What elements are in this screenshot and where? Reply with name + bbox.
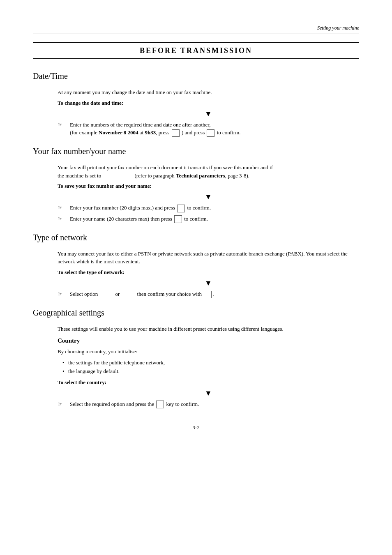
section-fax-number-body: Your fax will print out your fax number … [58, 164, 359, 223]
key-symbol-6 [156, 401, 164, 408]
key-symbol-4 [174, 215, 182, 223]
country-instruction-1: ☞ Select the required option and press t… [58, 400, 359, 408]
type-network-instruction-label: To select the type of network: [58, 269, 359, 276]
chapter-title-block: BEFORE TRANSMISSION [33, 42, 359, 59]
section-geographical-title: Geographical settings [33, 308, 359, 318]
memo-icon-1: ☞ [58, 121, 67, 129]
type-network-instruction-1: ☞ Select option or then confirm your cho… [58, 290, 359, 298]
section-date-time-body: At any moment you may change the date an… [58, 88, 359, 137]
page-number: 3-2 [33, 425, 359, 431]
section-type-network-title: Type of network [33, 233, 359, 242]
fax-number-instruction-text-2: Enter your name (20 characters max) then… [70, 215, 359, 223]
subsection-country: Country By choosing a country, you initi… [58, 337, 359, 408]
section-type-network: Type of network You may connect your fax… [33, 233, 359, 298]
chapter-title-text: BEFORE TRANSMISSION [140, 46, 252, 55]
arrow-down-icon-4: ▼ [205, 389, 212, 398]
section-date-time-header: Date/Time [33, 71, 359, 81]
bold-date: November 8 2004 [99, 129, 138, 136]
key-symbol-5 [204, 291, 212, 299]
subsection-country-title: Country [58, 337, 359, 344]
section-type-network-body: You may connect your fax to either a PST… [58, 250, 359, 298]
type-network-intro: You may connect your fax to either a PST… [58, 250, 359, 266]
section-geographical-header: Geographical settings [33, 308, 359, 318]
bold-time: 9h33 [145, 129, 156, 136]
memo-icon-3: ☞ [58, 215, 67, 223]
key-symbol-3 [177, 205, 185, 212]
country-instruction-label: To select the country: [58, 379, 359, 386]
arrow-down-icon-3: ▼ [205, 279, 212, 288]
section-type-network-header: Type of network [33, 233, 359, 242]
fax-number-arrow: ▼ [58, 193, 359, 201]
country-arrow: ▼ [58, 389, 359, 398]
section-geographical: Geographical settings These settings wil… [33, 308, 359, 408]
country-instruction-text-1: Select the required option and press the… [70, 400, 359, 408]
country-intro: By choosing a country, you initialise: [58, 348, 359, 356]
date-time-instruction-text-1: Enter the numbers of the required time a… [70, 121, 359, 137]
section-geographical-body: These settings will enable you to use yo… [58, 325, 359, 408]
section-date-time-title: Date/Time [33, 71, 359, 81]
header-text: Setting your machine [317, 25, 359, 31]
fax-number-instruction-2: ☞ Enter your name (20 characters max) th… [58, 215, 359, 223]
chapter-title: BEFORE TRANSMISSION [33, 46, 359, 55]
memo-icon-2: ☞ [58, 204, 67, 212]
type-network-instruction-text-1: Select option or then confirm your choic… [70, 290, 359, 298]
fax-number-instruction-text-1: Enter your fax number (20 digits max.) a… [70, 204, 359, 212]
page: Setting your machine BEFORE TRANSMISSION… [0, 0, 392, 555]
memo-icon-5: ☞ [58, 400, 67, 408]
type-network-arrow: ▼ [58, 279, 359, 288]
section-date-time: Date/Time At any moment you may change t… [33, 71, 359, 137]
bold-technical-params: Technical parameters [176, 173, 225, 179]
bullet-item-2: the language by default. [62, 367, 359, 376]
page-header: Setting your machine [33, 25, 359, 34]
section-fax-number-title: Your fax number/your name [33, 147, 359, 156]
key-symbol-2 [207, 129, 214, 137]
date-time-arrow: ▼ [58, 110, 359, 118]
date-time-instruction-label: To change the date and time: [58, 100, 359, 106]
bullet-item-1: the settings for the public telephone ne… [62, 359, 359, 367]
key-symbol-1 [172, 129, 180, 137]
fax-number-intro: Your fax will print out your fax number … [58, 164, 359, 180]
fax-number-instruction-1: ☞ Enter your fax number (20 digits max.)… [58, 204, 359, 212]
country-bullet-list: the settings for the public telephone ne… [62, 359, 359, 376]
date-time-intro: At any moment you may change the date an… [58, 88, 359, 97]
arrow-down-icon-2: ▼ [205, 193, 212, 201]
section-fax-number-header: Your fax number/your name [33, 147, 359, 156]
memo-icon-4: ☞ [58, 290, 67, 298]
fax-number-instruction-label: To save your fax number and your name: [58, 183, 359, 189]
section-fax-number: Your fax number/your name Your fax will … [33, 147, 359, 223]
geographical-intro: These settings will enable you to use yo… [58, 325, 359, 333]
arrow-down-icon: ▼ [205, 110, 212, 118]
date-time-instruction-1: ☞ Enter the numbers of the required time… [58, 121, 359, 137]
